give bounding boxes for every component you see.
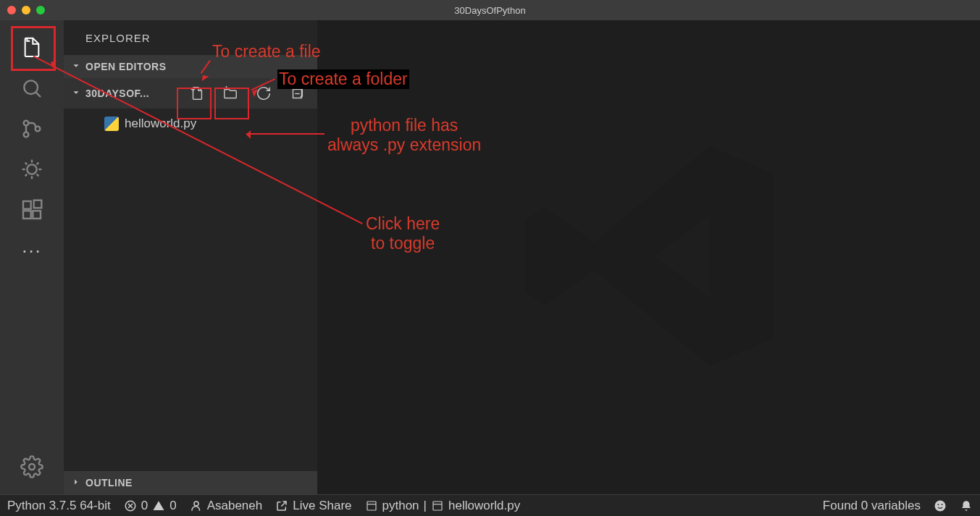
app-window: 30DaysOfPython ··· (0, 0, 980, 516)
outline-header[interactable]: OUTLINE (64, 471, 317, 494)
svg-point-28 (194, 502, 198, 506)
search-icon[interactable] (12, 68, 52, 109)
svg-point-4 (35, 127, 41, 132)
new-folder-button[interactable] (214, 80, 246, 106)
explorer-sidebar: EXPLORER OPEN EDITORS 30DAYSOF... (64, 20, 317, 494)
body: ··· EXPLORER OPEN EDITORS 30DAYSOF... (0, 20, 980, 494)
svg-rect-29 (367, 502, 376, 510)
svg-point-33 (935, 500, 946, 511)
file-tree: helloworld.py (64, 109, 317, 135)
window-controls (7, 6, 45, 14)
debug-icon[interactable] (12, 149, 52, 190)
window-fullscreen-icon[interactable] (36, 6, 45, 14)
status-bell-icon[interactable] (960, 499, 973, 512)
folder-label: 30DAYSOF... (85, 88, 149, 99)
svg-point-35 (942, 504, 943, 505)
more-icon[interactable]: ··· (12, 230, 52, 271)
window-minimize-icon[interactable] (22, 6, 30, 14)
open-editors-header[interactable]: OPEN EDITORS (64, 55, 317, 78)
svg-line-1 (35, 92, 41, 97)
folder-actions (181, 80, 313, 106)
status-variables[interactable]: Found 0 variables (823, 499, 921, 513)
explorer-title: EXPLORER (64, 20, 317, 55)
svg-point-3 (24, 132, 29, 138)
svg-rect-31 (433, 502, 442, 510)
settings-icon[interactable] (12, 447, 52, 487)
outline-label: OUTLINE (85, 477, 133, 488)
svg-rect-17 (34, 200, 42, 208)
svg-point-0 (24, 80, 38, 94)
svg-rect-16 (33, 211, 41, 219)
status-problems[interactable]: 0 0 (124, 499, 177, 513)
editor-area (317, 20, 980, 494)
chevron-down-icon (71, 88, 81, 100)
svg-point-5 (27, 164, 36, 174)
new-file-button[interactable] (181, 80, 213, 106)
status-feedback-icon[interactable] (934, 499, 947, 512)
vscode-watermark-icon (511, 119, 787, 397)
window-close-icon[interactable] (7, 6, 16, 14)
python-file-icon (104, 117, 119, 131)
extensions-icon[interactable] (12, 190, 52, 230)
open-editors-label: OPEN EDITORS (85, 61, 167, 72)
activity-bar: ··· (0, 20, 64, 494)
chevron-down-icon (71, 61, 81, 73)
explorer-icon[interactable] (12, 28, 52, 68)
chevron-right-icon (71, 477, 81, 489)
status-live-share[interactable]: Live Share (275, 499, 351, 513)
svg-point-34 (937, 504, 939, 505)
status-python-version[interactable]: Python 3.7.5 64-bit (7, 499, 111, 513)
svg-point-2 (24, 121, 29, 126)
file-item[interactable]: helloworld.py (64, 113, 317, 135)
window-title: 30DaysOfPython (454, 5, 525, 16)
collapse-all-button[interactable] (281, 80, 313, 106)
svg-point-18 (29, 464, 35, 470)
status-account[interactable]: Asabeneh (190, 499, 263, 513)
title-bar: 30DaysOfPython (0, 0, 980, 20)
folder-header[interactable]: 30DAYSOF... (64, 78, 317, 109)
svg-line-11 (37, 163, 39, 165)
status-bar: Python 3.7.5 64-bit 0 0 Asabeneh Live Sh… (0, 494, 980, 516)
svg-line-9 (37, 174, 39, 177)
source-control-icon[interactable] (12, 109, 52, 149)
file-name: helloworld.py (125, 117, 196, 131)
svg-line-10 (25, 174, 28, 177)
refresh-button[interactable] (248, 80, 280, 106)
svg-rect-15 (23, 211, 31, 219)
status-environment[interactable]: python | helloworld.py (365, 499, 521, 513)
svg-line-8 (25, 163, 28, 165)
svg-rect-14 (23, 201, 31, 209)
